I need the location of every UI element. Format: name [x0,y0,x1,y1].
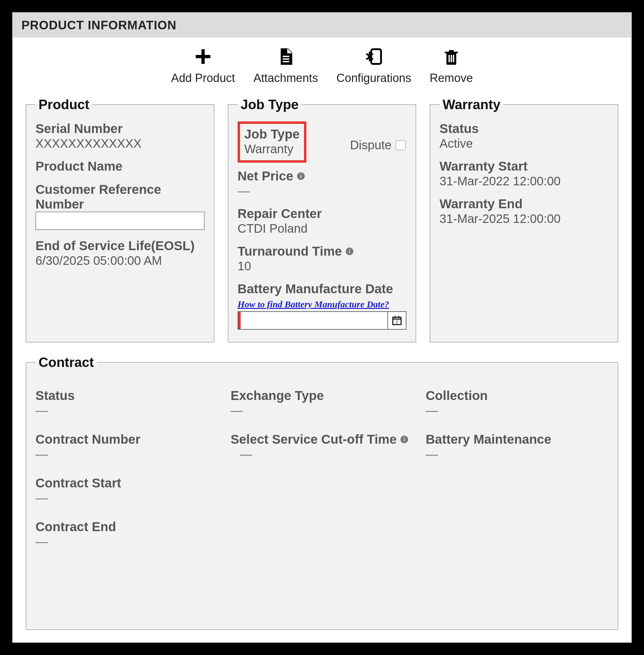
warranty-group: Warranty Status Active Warranty Start 31… [430,97,618,343]
warranty-legend: Warranty [439,97,503,112]
add-product-label: Add Product [171,72,235,85]
contract-end-label: Contract End [36,519,218,534]
info-icon[interactable] [296,171,305,181]
net-price-field: Net Price — [237,169,407,198]
warranty-status-value: Active [439,137,608,150]
product-name-label: Product Name [36,159,205,174]
svg-rect-7 [453,55,454,62]
svg-rect-10 [301,174,301,175]
remove-label: Remove [430,72,473,85]
warranty-end-value: 31-Mar-2025 12:00:00 [439,212,608,226]
add-product-button[interactable]: Add Product [171,47,235,85]
remove-button[interactable]: Remove [430,47,473,85]
serial-number-field: Serial Number XXXXXXXXXXXXX [36,121,205,150]
contract-number-label: Contract Number [36,432,218,447]
svg-rect-5 [448,55,450,62]
exchange-type-field: Exchange Type — [231,388,413,417]
contract-status-label: Status [36,388,218,403]
turnaround-value: 10 [237,259,407,273]
svg-rect-9 [301,176,301,178]
calendar-icon[interactable]: 2 [387,312,406,329]
job-type-value: Warranty [244,142,300,156]
eosl-label: End of Service Life(EOSL) [36,238,205,253]
configurations-label: Configurations [336,72,411,85]
trash-icon [441,47,461,69]
job-type-group: Job Type Job Type Warranty Dispute [228,97,416,343]
serial-number-value: XXXXXXXXXXXXX [36,137,205,150]
exchange-type-label: Exchange Type [231,388,413,403]
dispute-label: Dispute [350,138,392,152]
contract-number-value: — [36,447,218,461]
eosl-field: End of Service Life(EOSL) 6/30/2025 05:0… [36,238,205,267]
customer-ref-input[interactable] [36,212,205,230]
info-icon[interactable] [400,435,409,444]
battery-date-field: Battery Manufacture Date How to find Bat… [237,282,407,330]
contract-status-value: — [36,404,218,417]
contract-start-field: Contract Start — [36,476,218,505]
svg-rect-20 [404,439,405,442]
svg-rect-12 [349,251,350,254]
cutoff-field: Select Service Cut-off Time — [231,432,413,461]
eosl-value: 6/30/2025 05:00:00 AM [36,254,205,267]
customer-ref-label: Customer Reference Number [36,182,205,212]
svg-rect-21 [404,437,405,438]
battery-maint-label: Battery Maintenance [426,432,608,447]
warranty-start-value: 31-Mar-2022 12:00:00 [439,174,608,188]
repair-center-field: Repair Center CTDI Poland [237,206,407,235]
warranty-status-label: Status [439,121,608,136]
required-marker [238,312,241,329]
product-name-field: Product Name [36,159,205,174]
svg-rect-17 [398,316,399,318]
product-information-panel: PRODUCT INFORMATION Add Product Attachme… [12,12,632,643]
warranty-status-field: Status Active [439,121,608,150]
collection-field: Collection — [426,388,608,417]
gear-device-icon [364,47,384,69]
info-icon[interactable] [345,247,354,256]
dispute-field[interactable]: Dispute [350,138,407,152]
turnaround-label: Turnaround Time [237,244,342,259]
serial-number-label: Serial Number [36,121,205,136]
product-group: Product Serial Number XXXXXXXXXXXXX Prod… [26,97,214,343]
collection-label: Collection [426,388,608,403]
file-icon [276,47,295,69]
net-price-value: — [237,184,407,198]
attachments-label: Attachments [253,72,318,85]
turnaround-field: Turnaround Time 10 [237,244,407,273]
battery-date-help-link[interactable]: How to find Battery Manufacture Date? [237,299,389,309]
warranty-end-field: Warranty End 31-Mar-2025 12:00:00 [439,196,608,226]
exchange-type-value: — [231,404,413,417]
svg-rect-2 [283,61,289,62]
cutoff-label: Select Service Cut-off Time [231,432,397,447]
job-type-label: Job Type [244,127,300,142]
warranty-start-label: Warranty Start [439,159,608,174]
contract-number-field: Contract Number — [36,432,218,461]
battery-date-label: Battery Manufacture Date [237,282,407,296]
job-type-legend: Job Type [237,97,302,112]
panel-title: PRODUCT INFORMATION [13,13,631,38]
contract-start-value: — [36,491,218,505]
contract-status-field: Status — [36,388,218,417]
cutoff-value: — [231,447,413,461]
configurations-button[interactable]: Configurations [336,47,411,85]
net-price-label: Net Price [237,169,293,184]
customer-ref-field: Customer Reference Number [36,182,205,230]
warranty-end-label: Warranty End [439,196,608,211]
plus-icon [193,47,213,69]
svg-rect-1 [283,59,289,60]
contract-end-field: Contract End — [36,519,218,548]
warranty-start-field: Warranty Start 31-Mar-2022 12:00:00 [439,159,608,188]
svg-rect-3 [371,49,381,64]
battery-maint-field: Battery Maintenance — [426,432,608,461]
svg-rect-13 [349,249,350,250]
repair-center-label: Repair Center [237,206,407,221]
job-type-highlight: Job Type Warranty [237,121,306,163]
battery-date-input[interactable] [241,312,388,329]
svg-rect-16 [395,316,396,318]
dispute-checkbox[interactable] [396,140,406,150]
contract-end-value: — [36,535,218,548]
attachments-button[interactable]: Attachments [253,47,318,85]
svg-rect-6 [451,55,452,62]
toolbar: Add Product Attachments Configurations [25,47,619,85]
svg-rect-0 [283,56,289,57]
svg-text:2: 2 [396,320,398,324]
